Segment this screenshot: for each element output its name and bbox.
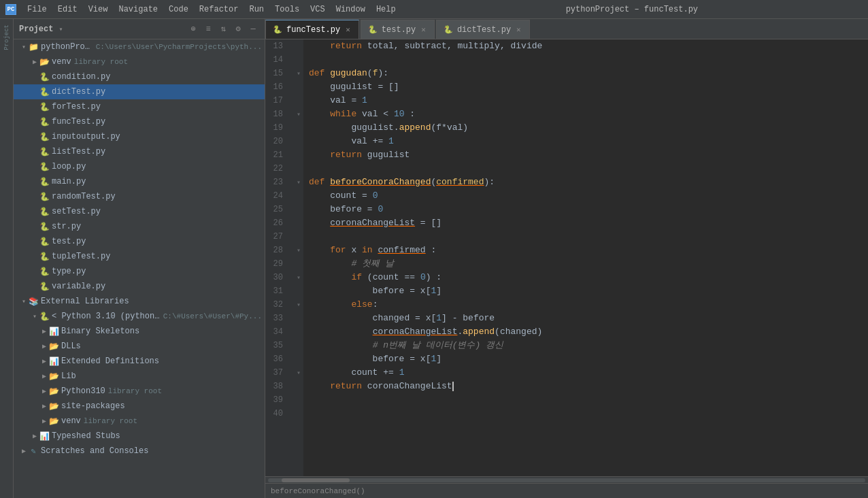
menu-help[interactable]: Help	[371, 3, 401, 16]
venv-lib-icon: 📂	[49, 416, 59, 426]
tree-python310-lib[interactable]: ▶ 📂 Python310 library root	[14, 384, 265, 399]
tree-extended-defs[interactable]: ▶ 📊 Extended Definitions	[14, 354, 265, 369]
fold-gutter: ▾ ▾ ▾ ▾ ▾ ▾	[294, 39, 303, 476]
menu-window[interactable]: Window	[331, 3, 371, 16]
tree-functest[interactable]: 🐍 funcTest.py	[14, 114, 265, 129]
fold-13	[294, 39, 303, 53]
fold-26	[294, 216, 303, 230]
menu-vcs[interactable]: VCS	[305, 3, 331, 16]
tab-functest[interactable]: 🐍 funcTest.py ✕	[265, 20, 359, 39]
scratches-label: Scratches and Consoles	[41, 446, 148, 456]
fold-15[interactable]: ▾	[294, 67, 303, 80]
py-icon: 🐍	[39, 237, 49, 246]
venv-icon: 📂	[39, 57, 49, 67]
tree-venv-lib[interactable]: ▶ 📂 venv library root	[14, 414, 265, 429]
line-num-32: 32	[265, 298, 288, 312]
tree-loop[interactable]: 🐍 loop.py	[14, 159, 265, 174]
tree-str[interactable]: 🐍 str.py	[14, 219, 265, 234]
expand-btn[interactable]: ⇅	[217, 23, 229, 35]
menu-code[interactable]: Code	[163, 3, 194, 16]
tree-binary-skeletons[interactable]: ▶ 📊 Binary Skeletons	[14, 324, 265, 339]
code-area[interactable]: return total, subtract, multiply, divide…	[303, 39, 868, 476]
file-label: test.py	[52, 237, 86, 246]
tab-dicttest[interactable]: 🐍 dictTest.py ✕	[436, 20, 530, 39]
tab-test[interactable]: 🐍 test.py ✕	[361, 20, 435, 39]
fold-34	[294, 325, 303, 339]
tree-variable[interactable]: 🐍 variable.py	[14, 279, 265, 294]
tree-settest[interactable]: 🐍 setTest.py	[14, 204, 265, 219]
menu-tools[interactable]: Tools	[269, 3, 305, 16]
project-strip-icon[interactable]: Project	[2, 22, 12, 53]
tree-dicttest[interactable]: 🐍 dictTest.py	[14, 84, 265, 99]
code-line-17: val = 1	[309, 94, 868, 107]
project-label: Project	[19, 24, 53, 34]
venv-label: venv	[52, 57, 71, 67]
tree-inputoutput[interactable]: 🐍 inputoutput.py	[14, 129, 265, 144]
status-bar: beforeConoraChanged()	[265, 483, 868, 498]
menu-file[interactable]: File	[22, 3, 52, 16]
line-num-19: 19	[265, 121, 288, 135]
tree-lib[interactable]: ▶ 📂 Lib	[14, 369, 265, 384]
close-panel-btn[interactable]: —	[247, 23, 259, 35]
menu-refactor[interactable]: Refactor	[194, 3, 244, 16]
tree-main[interactable]: 🐍 main.py	[14, 174, 265, 189]
py-icon: 🐍	[39, 207, 49, 216]
tree-fortest[interactable]: 🐍 forTest.py	[14, 99, 265, 114]
py-icon: 🐍	[39, 102, 49, 112]
bottom-scrollbar[interactable]	[265, 476, 868, 483]
fold-37[interactable]: ▾	[294, 366, 303, 380]
fold-21	[294, 148, 303, 162]
tree-external-libs[interactable]: ▾ 📚 External Libraries	[14, 294, 265, 309]
line-num-31: 31	[265, 284, 288, 298]
root-folder-icon: 📁	[29, 42, 38, 52]
fold-30[interactable]: ▾	[294, 271, 303, 284]
tree-python310[interactable]: ▾ 🐍 < Python 3.10 (pythonProject) > C:\#…	[14, 309, 265, 324]
tree-dlls[interactable]: ▶ 📂 DLLs	[14, 339, 265, 354]
tab-close-dicttest[interactable]: ✕	[515, 25, 522, 34]
tree-site-packages[interactable]: ▶ 📂 site-packages	[14, 399, 265, 414]
tree-listtest[interactable]: 🐍 listTest.py	[14, 144, 265, 159]
fold-28[interactable]: ▾	[294, 244, 303, 257]
menu-edit[interactable]: Edit	[52, 3, 83, 16]
py310-arrow: ▾	[30, 312, 39, 321]
line-num-29: 29	[265, 257, 288, 271]
tab-close-test[interactable]: ✕	[420, 25, 427, 34]
tree-venv[interactable]: ▶ 📂 venv library root	[14, 54, 265, 69]
py-icon: 🐍	[39, 87, 49, 97]
code-line-36: before = x[1]	[309, 352, 868, 366]
fold-32[interactable]: ▾	[294, 298, 303, 312]
tree-randomtest[interactable]: 🐍 randomTest.py	[14, 189, 265, 204]
code-line-28: for x in confirmed :	[309, 244, 868, 257]
menu-navigate[interactable]: Navigate	[113, 3, 163, 16]
menu-bar: File Edit View Navigate Code Refactor Ru…	[22, 3, 401, 16]
tree-scratches[interactable]: ▶ ✎ Scratches and Consoles	[14, 444, 265, 459]
fold-23[interactable]: ▾	[294, 176, 303, 189]
window-title: pythonProject – funcTest.py	[401, 5, 863, 14]
tree-test[interactable]: 🐍 test.py	[14, 234, 265, 249]
tree-typeshed[interactable]: ▶ 📊 Typeshed Stubs	[14, 429, 265, 444]
tree-root[interactable]: ▾ 📁 pythonProject C:\Users\User\PycharmP…	[14, 39, 265, 54]
tree-condition[interactable]: 🐍 condition.py	[14, 69, 265, 84]
locate-file-btn[interactable]: ⊕	[187, 23, 199, 35]
settings-btn[interactable]: ⚙	[232, 23, 244, 35]
bottom-scroll-track[interactable]	[268, 478, 865, 482]
menu-run[interactable]: Run	[244, 3, 269, 16]
fold-25	[294, 203, 303, 216]
py310-lib-icon: 📂	[49, 386, 59, 396]
fold-33	[294, 312, 303, 325]
menu-view[interactable]: View	[83, 3, 114, 16]
ext-libs-arrow: ▾	[19, 297, 29, 306]
project-dropdown-arrow[interactable]: ▾	[59, 25, 63, 33]
bottom-scroll-thumb[interactable]	[282, 478, 350, 482]
fold-18[interactable]: ▾	[294, 107, 303, 121]
tab-icon: 🐍	[444, 25, 453, 34]
tree-type[interactable]: 🐍 type.py	[14, 264, 265, 279]
collapse-all-btn[interactable]: ≡	[202, 23, 214, 35]
dlls-icon: 📂	[49, 342, 59, 351]
root-arrow: ▾	[19, 42, 29, 52]
py310-lib-sublabel: library root	[108, 387, 162, 395]
tab-close-functest[interactable]: ✕	[344, 25, 352, 34]
editor-content[interactable]: 13 14 15 16 17 18 19 20 21 22 23 24 25 2…	[265, 39, 868, 476]
bin-skel-label: Binary Skeletons	[61, 327, 139, 336]
tree-tupletest[interactable]: 🐍 tupleTest.py	[14, 249, 265, 264]
